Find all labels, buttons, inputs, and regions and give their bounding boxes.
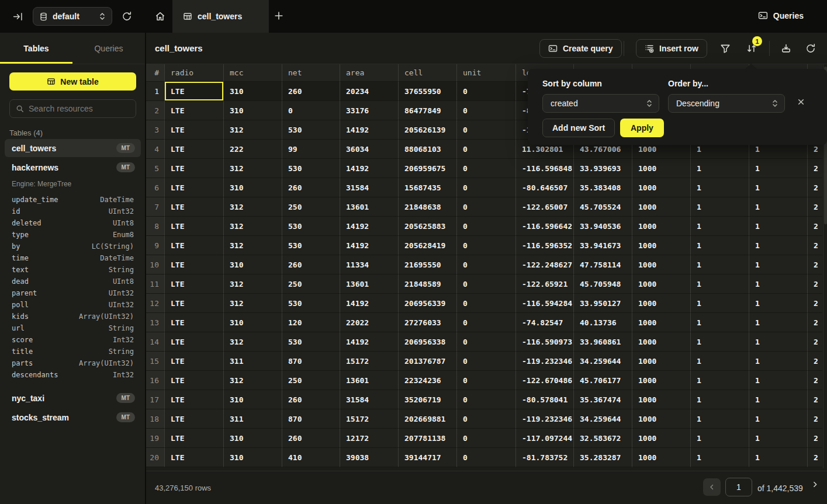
table-cell[interactable]: LTE — [165, 332, 224, 352]
table-cell[interactable]: 45.706177 — [574, 371, 632, 390]
table-cell[interactable]: 2 — [808, 332, 822, 352]
table-cell[interactable]: 0 — [457, 255, 516, 274]
table-cell[interactable]: -116.594284 — [516, 294, 574, 313]
remove-sort-icon[interactable] — [797, 98, 805, 106]
table-cell[interactable]: -119.232346 — [516, 409, 574, 429]
table-cell[interactable]: 2 — [808, 390, 822, 409]
table-cell[interactable]: 1 — [691, 197, 749, 217]
table-cell[interactable]: 2 — [808, 274, 822, 294]
row-number[interactable]: 4 — [146, 140, 165, 159]
table-cell[interactable]: -74.82547 — [516, 313, 574, 332]
table-cell[interactable]: 1000 — [632, 274, 691, 294]
table-cell[interactable]: 2 — [808, 178, 822, 197]
table-cell[interactable]: 33.960861 — [574, 332, 632, 352]
table-cell[interactable]: -122.670486 — [516, 371, 574, 390]
table-cell[interactable]: 202669881 — [399, 409, 457, 429]
table-cell[interactable]: 1000 — [632, 236, 691, 255]
table-cell[interactable]: 1 — [749, 448, 808, 467]
table-cell[interactable]: 1 — [691, 448, 749, 467]
table-cell[interactable]: 1000 — [632, 217, 691, 236]
table-cell[interactable]: 1 — [749, 217, 808, 236]
table-cell[interactable]: 39038 — [340, 448, 399, 467]
table-cell[interactable]: 260 — [282, 82, 340, 101]
table-cell[interactable]: LTE — [165, 82, 224, 101]
table-cell[interactable]: -80.578041 — [516, 390, 574, 409]
table-cell[interactable]: 40.13736 — [574, 313, 632, 332]
table-cell[interactable]: 0 — [457, 178, 516, 197]
sidebar-tab-queries[interactable]: Queries — [72, 33, 145, 64]
column-header-radio[interactable]: radio — [165, 64, 224, 82]
table-cell[interactable]: 201376787 — [399, 352, 457, 371]
table-cell[interactable]: 0 — [457, 448, 516, 467]
table-cell[interactable]: 1 — [749, 274, 808, 294]
table-cell[interactable]: 311 — [224, 352, 282, 371]
table-cell[interactable]: 312 — [224, 120, 282, 140]
table-cell[interactable]: 250 — [282, 197, 340, 217]
table-cell[interactable]: 1 — [691, 178, 749, 197]
table-cell[interactable]: LTE — [165, 178, 224, 197]
table-cell[interactable]: 530 — [282, 332, 340, 352]
table-cell[interactable]: 1 — [749, 197, 808, 217]
table-cell[interactable]: 32.583672 — [574, 429, 632, 448]
table-cell[interactable]: 2 — [808, 255, 822, 274]
sidebar-table-item-stocks_stream[interactable]: stocks_streamMT — [5, 408, 141, 426]
table-cell[interactable]: 0 — [457, 120, 516, 140]
row-number[interactable]: 14 — [146, 332, 165, 352]
table-cell[interactable]: 15687435 — [399, 178, 457, 197]
table-cell[interactable]: -81.783752 — [516, 448, 574, 467]
table-cell[interactable]: LTE — [165, 255, 224, 274]
row-number[interactable]: 17 — [146, 390, 165, 409]
table-cell[interactable]: 33.940536 — [574, 217, 632, 236]
column-header-unit[interactable]: unit — [457, 64, 516, 82]
table-cell[interactable]: 530 — [282, 159, 340, 178]
table-cell[interactable]: 1000 — [632, 255, 691, 274]
table-cell[interactable]: -116.590973 — [516, 332, 574, 352]
previous-page-button[interactable] — [703, 478, 721, 496]
table-cell[interactable]: 530 — [282, 236, 340, 255]
table-cell[interactable]: 39144717 — [399, 448, 457, 467]
table-cell[interactable]: 88068103 — [399, 140, 457, 159]
table-cell[interactable]: 2 — [808, 371, 822, 390]
column-header-#[interactable]: # — [146, 64, 165, 82]
table-cell[interactable]: 1 — [749, 352, 808, 371]
table-cell[interactable]: 31584 — [340, 390, 399, 409]
table-cell[interactable]: 0 — [457, 352, 516, 371]
new-table-button[interactable]: New table — [9, 72, 136, 91]
table-cell[interactable]: 312 — [224, 274, 282, 294]
add-new-sort-button[interactable]: Add new Sort — [542, 119, 615, 137]
table-cell[interactable]: 0 — [457, 82, 516, 101]
table-cell[interactable]: 12172 — [340, 429, 399, 448]
table-cell[interactable]: 1 — [691, 371, 749, 390]
table-cell[interactable]: 1 — [749, 294, 808, 313]
table-cell[interactable]: 250 — [282, 274, 340, 294]
table-cell[interactable]: 312 — [224, 294, 282, 313]
table-cell[interactable]: 310 — [224, 101, 282, 120]
table-cell[interactable]: 0 — [457, 236, 516, 255]
table-cell[interactable]: 206956339 — [399, 294, 457, 313]
new-tab-plus-icon[interactable] — [274, 11, 284, 21]
column-header-mcc[interactable]: mcc — [224, 64, 282, 82]
table-cell[interactable]: 2 — [808, 448, 822, 467]
table-cell[interactable]: 2 — [808, 236, 822, 255]
table-cell[interactable]: 22324236 — [399, 371, 457, 390]
table-cell[interactable]: 0 — [457, 371, 516, 390]
table-cell[interactable]: LTE — [165, 448, 224, 467]
row-number[interactable]: 3 — [146, 120, 165, 140]
apply-sort-button[interactable]: Apply — [620, 119, 664, 137]
table-cell[interactable]: 2 — [808, 159, 822, 178]
table-cell[interactable]: 0 — [457, 217, 516, 236]
table-cell[interactable]: 205625883 — [399, 217, 457, 236]
table-cell[interactable]: 33176 — [340, 101, 399, 120]
row-number[interactable]: 15 — [146, 352, 165, 371]
table-cell[interactable]: 410 — [282, 448, 340, 467]
table-cell[interactable]: 530 — [282, 294, 340, 313]
table-cell[interactable]: 310 — [224, 178, 282, 197]
table-cell[interactable]: 1000 — [632, 390, 691, 409]
table-cell[interactable]: 1 — [749, 429, 808, 448]
table-cell[interactable]: 45.705948 — [574, 274, 632, 294]
table-cell[interactable]: LTE — [165, 217, 224, 236]
queries-button[interactable]: Queries — [758, 11, 804, 20]
table-cell[interactable]: -122.65007 — [516, 197, 574, 217]
row-number[interactable]: 18 — [146, 409, 165, 429]
table-cell[interactable]: 870 — [282, 352, 340, 371]
